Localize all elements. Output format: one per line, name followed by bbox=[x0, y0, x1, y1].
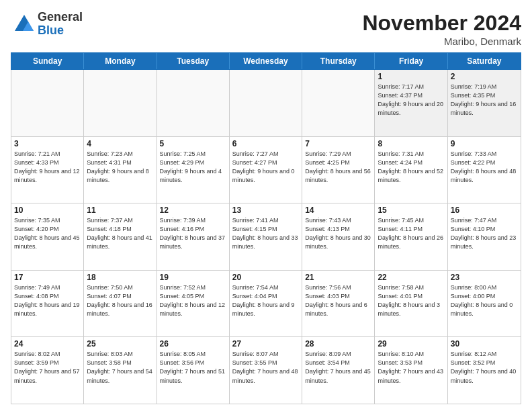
day-number-r0-c6: 2 bbox=[451, 72, 518, 81]
cell-info-r1-c6: Sunrise: 7:33 AM Sunset: 4:22 PM Dayligh… bbox=[451, 150, 518, 185]
calendar-cell-r4-c2: 26Sunrise: 8:05 AM Sunset: 3:56 PM Dayli… bbox=[157, 337, 230, 404]
logo-icon bbox=[11, 12, 35, 36]
calendar-cell-r0-c5: 1Sunrise: 7:17 AM Sunset: 4:37 PM Daylig… bbox=[375, 70, 447, 136]
day-number-r1-c0: 3 bbox=[14, 139, 81, 148]
day-number-r3-c1: 18 bbox=[87, 273, 153, 282]
cell-info-r4-c0: Sunrise: 8:02 AM Sunset: 3:59 PM Dayligh… bbox=[14, 350, 81, 385]
calendar-cell-r3-c4: 21Sunrise: 7:56 AM Sunset: 4:03 PM Dayli… bbox=[302, 271, 375, 337]
day-number-r0-c5: 1 bbox=[378, 72, 444, 81]
cell-info-r2-c2: Sunrise: 7:39 AM Sunset: 4:16 PM Dayligh… bbox=[160, 216, 226, 251]
calendar-cell-r3-c0: 17Sunrise: 7:49 AM Sunset: 4:08 PM Dayli… bbox=[11, 271, 84, 337]
page: General Blue November 2024 Maribo, Denma… bbox=[0, 0, 532, 411]
calendar-cell-r4-c1: 25Sunrise: 8:03 AM Sunset: 3:58 PM Dayli… bbox=[84, 337, 157, 404]
calendar-cell-r2-c5: 15Sunrise: 7:45 AM Sunset: 4:11 PM Dayli… bbox=[375, 203, 447, 270]
cell-info-r4-c3: Sunrise: 8:07 AM Sunset: 3:55 PM Dayligh… bbox=[232, 350, 299, 385]
cell-info-r3-c0: Sunrise: 7:49 AM Sunset: 4:08 PM Dayligh… bbox=[14, 283, 81, 318]
header-tuesday: Tuesday bbox=[157, 53, 230, 69]
calendar-cell-r1-c0: 3Sunrise: 7:21 AM Sunset: 4:33 PM Daylig… bbox=[11, 137, 84, 203]
cell-info-r3-c4: Sunrise: 7:56 AM Sunset: 4:03 PM Dayligh… bbox=[305, 283, 371, 318]
cell-info-r2-c6: Sunrise: 7:47 AM Sunset: 4:10 PM Dayligh… bbox=[451, 216, 518, 251]
day-number-r2-c4: 14 bbox=[305, 205, 371, 215]
calendar-cell-r1-c6: 9Sunrise: 7:33 AM Sunset: 4:22 PM Daylig… bbox=[448, 137, 521, 203]
calendar-cell-r0-c1 bbox=[84, 70, 157, 136]
cell-info-r1-c2: Sunrise: 7:25 AM Sunset: 4:29 PM Dayligh… bbox=[160, 150, 226, 185]
cell-info-r3-c2: Sunrise: 7:52 AM Sunset: 4:05 PM Dayligh… bbox=[160, 283, 226, 318]
cell-info-r2-c1: Sunrise: 7:37 AM Sunset: 4:18 PM Dayligh… bbox=[87, 216, 153, 251]
calendar: Sunday Monday Tuesday Wednesday Thursday… bbox=[11, 52, 521, 404]
calendar-cell-r2-c1: 11Sunrise: 7:37 AM Sunset: 4:18 PM Dayli… bbox=[84, 203, 157, 270]
day-number-r1-c6: 9 bbox=[451, 139, 518, 148]
cell-info-r3-c5: Sunrise: 7:58 AM Sunset: 4:01 PM Dayligh… bbox=[378, 283, 444, 318]
logo-text: General Blue bbox=[38, 11, 83, 38]
day-number-r4-c0: 24 bbox=[14, 339, 81, 349]
calendar-row-0: 1Sunrise: 7:17 AM Sunset: 4:37 PM Daylig… bbox=[11, 70, 521, 137]
day-number-r4-c5: 29 bbox=[378, 339, 444, 349]
day-number-r3-c0: 17 bbox=[14, 273, 81, 282]
cell-info-r1-c3: Sunrise: 7:27 AM Sunset: 4:27 PM Dayligh… bbox=[232, 150, 299, 185]
cell-info-r3-c3: Sunrise: 7:54 AM Sunset: 4:04 PM Dayligh… bbox=[232, 283, 299, 318]
day-number-r1-c3: 6 bbox=[232, 139, 299, 148]
cell-info-r1-c4: Sunrise: 7:29 AM Sunset: 4:25 PM Dayligh… bbox=[305, 150, 371, 185]
calendar-cell-r0-c6: 2Sunrise: 7:19 AM Sunset: 4:35 PM Daylig… bbox=[448, 70, 521, 136]
header-monday: Monday bbox=[84, 53, 157, 69]
calendar-cell-r1-c5: 8Sunrise: 7:31 AM Sunset: 4:24 PM Daylig… bbox=[375, 137, 447, 203]
cell-info-r1-c5: Sunrise: 7:31 AM Sunset: 4:24 PM Dayligh… bbox=[378, 150, 444, 185]
day-number-r1-c5: 8 bbox=[378, 139, 444, 148]
cell-info-r3-c1: Sunrise: 7:50 AM Sunset: 4:07 PM Dayligh… bbox=[87, 283, 153, 318]
day-number-r1-c4: 7 bbox=[305, 139, 371, 148]
title-block: November 2024 Maribo, Denmark bbox=[362, 11, 521, 47]
calendar-cell-r1-c1: 4Sunrise: 7:23 AM Sunset: 4:31 PM Daylig… bbox=[84, 137, 157, 203]
calendar-cell-r2-c6: 16Sunrise: 7:47 AM Sunset: 4:10 PM Dayli… bbox=[448, 203, 521, 270]
day-number-r3-c3: 20 bbox=[232, 273, 299, 282]
calendar-body: 1Sunrise: 7:17 AM Sunset: 4:37 PM Daylig… bbox=[11, 70, 521, 404]
logo-general-text: General bbox=[38, 11, 83, 24]
cell-info-r4-c6: Sunrise: 8:12 AM Sunset: 3:52 PM Dayligh… bbox=[451, 350, 518, 385]
day-number-r1-c2: 5 bbox=[160, 139, 226, 148]
cell-info-r3-c6: Sunrise: 8:00 AM Sunset: 4:00 PM Dayligh… bbox=[451, 283, 518, 318]
calendar-cell-r1-c2: 5Sunrise: 7:25 AM Sunset: 4:29 PM Daylig… bbox=[157, 137, 230, 203]
cell-info-r2-c5: Sunrise: 7:45 AM Sunset: 4:11 PM Dayligh… bbox=[378, 216, 444, 251]
day-number-r3-c6: 23 bbox=[451, 273, 518, 282]
day-number-r4-c2: 26 bbox=[160, 339, 226, 349]
calendar-cell-r4-c3: 27Sunrise: 8:07 AM Sunset: 3:55 PM Dayli… bbox=[230, 337, 302, 404]
calendar-cell-r3-c6: 23Sunrise: 8:00 AM Sunset: 4:00 PM Dayli… bbox=[448, 271, 521, 337]
day-number-r3-c2: 19 bbox=[160, 273, 226, 282]
calendar-cell-r2-c4: 14Sunrise: 7:43 AM Sunset: 4:13 PM Dayli… bbox=[302, 203, 375, 270]
cell-info-r4-c1: Sunrise: 8:03 AM Sunset: 3:58 PM Dayligh… bbox=[87, 350, 153, 385]
day-number-r4-c4: 28 bbox=[305, 339, 371, 349]
calendar-cell-r0-c4 bbox=[302, 70, 375, 136]
header-wednesday: Wednesday bbox=[230, 53, 302, 69]
day-number-r2-c3: 13 bbox=[232, 205, 299, 215]
cell-info-r4-c4: Sunrise: 8:09 AM Sunset: 3:54 PM Dayligh… bbox=[305, 350, 371, 385]
calendar-cell-r4-c4: 28Sunrise: 8:09 AM Sunset: 3:54 PM Dayli… bbox=[302, 337, 375, 404]
calendar-cell-r0-c0 bbox=[11, 70, 84, 136]
day-number-r2-c1: 11 bbox=[87, 205, 153, 215]
calendar-cell-r4-c0: 24Sunrise: 8:02 AM Sunset: 3:59 PM Dayli… bbox=[11, 337, 84, 404]
day-number-r2-c2: 12 bbox=[160, 205, 226, 215]
calendar-cell-r3-c5: 22Sunrise: 7:58 AM Sunset: 4:01 PM Dayli… bbox=[375, 271, 447, 337]
calendar-cell-r1-c4: 7Sunrise: 7:29 AM Sunset: 4:25 PM Daylig… bbox=[302, 137, 375, 203]
day-number-r1-c1: 4 bbox=[87, 139, 153, 148]
day-number-r2-c0: 10 bbox=[14, 205, 81, 215]
calendar-cell-r3-c2: 19Sunrise: 7:52 AM Sunset: 4:05 PM Dayli… bbox=[157, 271, 230, 337]
cell-info-r0-c6: Sunrise: 7:19 AM Sunset: 4:35 PM Dayligh… bbox=[451, 83, 518, 118]
calendar-cell-r3-c1: 18Sunrise: 7:50 AM Sunset: 4:07 PM Dayli… bbox=[84, 271, 157, 337]
calendar-cell-r2-c2: 12Sunrise: 7:39 AM Sunset: 4:16 PM Dayli… bbox=[157, 203, 230, 270]
cell-info-r2-c0: Sunrise: 7:35 AM Sunset: 4:20 PM Dayligh… bbox=[14, 216, 81, 251]
header-sunday: Sunday bbox=[11, 53, 84, 69]
header-friday: Friday bbox=[375, 53, 447, 69]
calendar-cell-r3-c3: 20Sunrise: 7:54 AM Sunset: 4:04 PM Dayli… bbox=[230, 271, 302, 337]
calendar-cell-r4-c5: 29Sunrise: 8:10 AM Sunset: 3:53 PM Dayli… bbox=[375, 337, 447, 404]
day-number-r2-c6: 16 bbox=[451, 205, 518, 215]
calendar-row-1: 3Sunrise: 7:21 AM Sunset: 4:33 PM Daylig… bbox=[11, 137, 521, 204]
calendar-row-4: 24Sunrise: 8:02 AM Sunset: 3:59 PM Dayli… bbox=[11, 337, 521, 404]
header-saturday: Saturday bbox=[448, 53, 521, 69]
cell-info-r1-c1: Sunrise: 7:23 AM Sunset: 4:31 PM Dayligh… bbox=[87, 150, 153, 185]
header: General Blue November 2024 Maribo, Denma… bbox=[11, 11, 521, 47]
day-number-r4-c1: 25 bbox=[87, 339, 153, 349]
calendar-cell-r2-c0: 10Sunrise: 7:35 AM Sunset: 4:20 PM Dayli… bbox=[11, 203, 84, 270]
calendar-row-2: 10Sunrise: 7:35 AM Sunset: 4:20 PM Dayli… bbox=[11, 203, 521, 271]
logo: General Blue bbox=[11, 11, 83, 38]
calendar-cell-r1-c3: 6Sunrise: 7:27 AM Sunset: 4:27 PM Daylig… bbox=[230, 137, 302, 203]
header-thursday: Thursday bbox=[302, 53, 375, 69]
